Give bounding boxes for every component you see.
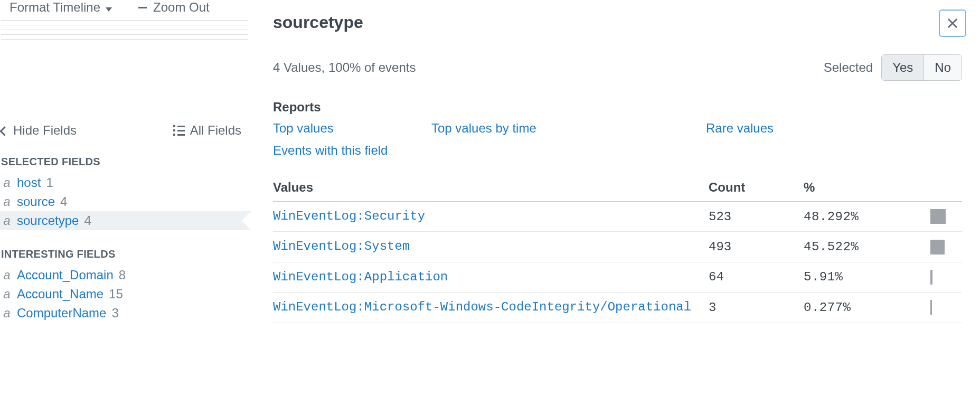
hide-fields-label: Hide Fields	[13, 123, 77, 138]
zoom-out-label: Zoom Out	[153, 0, 210, 15]
value-percent: 0.277%	[804, 300, 930, 315]
field-name: Account_Name	[17, 287, 103, 301]
field-count: 4	[84, 213, 91, 228]
col-count: Count	[709, 180, 804, 195]
field-row-host[interactable]: a host 1	[0, 173, 251, 192]
report-rare-values[interactable]: Rare values	[643, 121, 962, 136]
percent-bar	[930, 300, 932, 315]
col-percent: %	[804, 180, 930, 195]
field-count: 1	[46, 175, 53, 190]
field-name: Account_Domain	[17, 268, 114, 282]
field-type-glyph: a	[2, 287, 12, 301]
field-name: host	[17, 175, 41, 190]
field-name: ComputerName	[17, 306, 106, 320]
caret-down-icon	[103, 0, 112, 15]
value-percent: 45.522%	[804, 240, 930, 254]
hide-fields-link[interactable]: Hide Fields	[1, 123, 77, 138]
list-icon	[173, 125, 185, 136]
field-row-computer-name[interactable]: a ComputerName 3	[0, 304, 251, 323]
value-link[interactable]: WinEventLog:Security	[273, 208, 709, 225]
percent-bar	[930, 270, 932, 285]
field-type-glyph: a	[2, 306, 12, 320]
reports-heading: Reports	[273, 100, 962, 115]
field-row-sourcetype[interactable]: a sourcetype 4	[0, 211, 251, 230]
value-percent: 5.91%	[804, 270, 930, 284]
value-percent: 48.292%	[804, 210, 930, 224]
report-top-values-by-time[interactable]: Top values by time	[431, 121, 643, 136]
field-count: 15	[109, 287, 123, 301]
selected-label: Selected	[824, 60, 873, 75]
selected-no-button[interactable]: No	[924, 55, 962, 80]
report-links: Top values Top values by time Rare value…	[273, 121, 962, 158]
field-row-source[interactable]: a source 4	[0, 192, 251, 211]
field-count: 4	[60, 194, 67, 209]
field-type-glyph: a	[2, 268, 12, 282]
value-link[interactable]: WinEventLog:System	[273, 238, 709, 255]
values-header-row: Values Count %	[273, 174, 962, 202]
percent-bar	[930, 209, 946, 224]
field-name: source	[17, 194, 55, 209]
values-row: WinEventLog:Application 64 5.91%	[273, 262, 962, 293]
value-count: 523	[709, 210, 804, 224]
timeline-chart	[1, 20, 248, 44]
field-type-glyph: a	[2, 213, 12, 228]
field-row-account-domain[interactable]: a Account_Domain 8	[0, 266, 251, 285]
chevron-left-icon	[1, 123, 10, 138]
col-values: Values	[273, 180, 709, 195]
popover-summary: 4 Values, 100% of events	[273, 60, 416, 75]
popover-title: sourcetype	[273, 13, 962, 32]
format-timeline-dropdown[interactable]: Format Timeline	[10, 0, 112, 15]
report-events-with-field[interactable]: Events with this field	[273, 143, 431, 158]
percent-bar	[930, 240, 945, 254]
value-link[interactable]: WinEventLog:Microsoft-Windows-CodeIntegr…	[273, 299, 709, 316]
selected-fields-heading: SELECTED FIELDS	[1, 156, 251, 168]
field-type-glyph: a	[2, 194, 12, 209]
field-summary-popover: sourcetype 4 Values, 100% of events Sele…	[251, 0, 980, 396]
values-row: WinEventLog:Microsoft-Windows-CodeIntegr…	[273, 293, 962, 323]
field-type-glyph: a	[2, 175, 12, 190]
selected-yes-button[interactable]: Yes	[882, 55, 924, 80]
close-icon	[947, 17, 958, 29]
field-count: 8	[119, 268, 126, 282]
field-name: sourcetype	[17, 213, 79, 228]
fields-sidebar: Format Timeline Zoom Out Hide Fields All…	[0, 0, 251, 396]
values-table: Values Count % WinEventLog:Security 523 …	[273, 174, 962, 323]
all-fields-link[interactable]: All Fields	[173, 123, 241, 138]
selected-toggle: Yes No	[881, 54, 962, 81]
value-link[interactable]: WinEventLog:Application	[273, 269, 709, 286]
value-count: 64	[709, 270, 804, 284]
zoom-out-button[interactable]: Zoom Out	[138, 0, 210, 15]
values-row: WinEventLog:System 493 45.522%	[273, 232, 962, 262]
report-top-values[interactable]: Top values	[273, 121, 431, 136]
values-row: WinEventLog:Security 523 48.292%	[273, 202, 962, 232]
timeline-toolbar: Format Timeline Zoom Out	[0, 0, 251, 16]
field-row-account-name[interactable]: a Account_Name 15	[0, 285, 251, 304]
close-button[interactable]	[939, 10, 966, 37]
value-count: 3	[709, 300, 804, 315]
field-count: 3	[111, 306, 118, 320]
all-fields-label: All Fields	[190, 123, 241, 138]
value-count: 493	[709, 240, 804, 254]
interesting-fields-heading: INTERESTING FIELDS	[1, 248, 251, 260]
format-timeline-label: Format Timeline	[10, 0, 100, 15]
